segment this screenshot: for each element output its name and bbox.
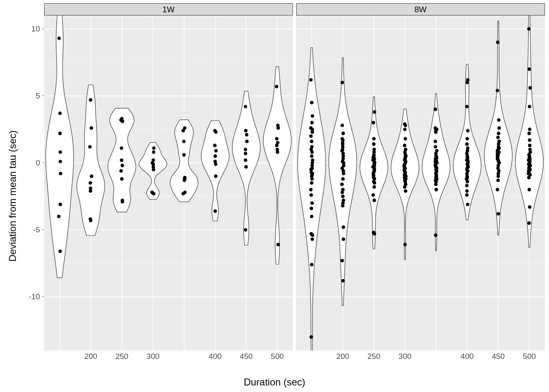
y-tick-label: -10 bbox=[21, 292, 40, 301]
data-point bbox=[120, 177, 124, 181]
data-point bbox=[245, 133, 249, 137]
data-point bbox=[528, 205, 531, 209]
data-point bbox=[498, 126, 501, 130]
data-point bbox=[310, 181, 314, 185]
data-point bbox=[90, 174, 94, 178]
data-point bbox=[372, 143, 376, 146]
data-point bbox=[183, 126, 187, 130]
data-point bbox=[57, 36, 61, 40]
data-point bbox=[435, 149, 439, 153]
data-point bbox=[373, 198, 376, 202]
data-point bbox=[182, 140, 186, 143]
data-point bbox=[528, 144, 532, 147]
data-point bbox=[403, 122, 406, 126]
data-point bbox=[276, 141, 279, 145]
y-axis-title: Deviation from mean tau (sec) bbox=[7, 0, 19, 392]
data-point bbox=[527, 221, 531, 225]
data-point bbox=[310, 335, 313, 339]
data-point bbox=[152, 150, 156, 154]
x-tick-label: 500 bbox=[271, 352, 284, 361]
data-point bbox=[465, 193, 469, 197]
data-point bbox=[404, 137, 407, 140]
data-point bbox=[244, 158, 248, 162]
data-point bbox=[89, 181, 92, 185]
data-point bbox=[310, 101, 314, 105]
x-tick-label: 250 bbox=[115, 352, 128, 361]
data-point bbox=[58, 150, 62, 154]
violin bbox=[201, 120, 229, 221]
data-point bbox=[152, 146, 156, 150]
data-point bbox=[244, 105, 248, 109]
x-axis-ticks: 200250300400450500 bbox=[296, 350, 545, 362]
data-point bbox=[433, 126, 437, 130]
data-point bbox=[340, 81, 344, 85]
data-point bbox=[372, 231, 375, 234]
data-point bbox=[466, 129, 470, 133]
data-point bbox=[59, 172, 62, 176]
violin bbox=[263, 67, 292, 264]
x-axis-title: Duration (sec) bbox=[0, 376, 549, 388]
facet-8W: 8W200250300400450500 bbox=[296, 3, 545, 362]
data-point bbox=[120, 146, 123, 150]
data-point bbox=[465, 105, 469, 109]
facet-strip: 1W bbox=[44, 3, 293, 16]
data-point bbox=[465, 143, 469, 146]
data-point bbox=[527, 131, 531, 135]
data-point bbox=[528, 148, 532, 151]
data-point bbox=[341, 124, 344, 127]
data-point bbox=[309, 134, 313, 138]
data-point bbox=[434, 145, 437, 149]
data-point bbox=[89, 98, 92, 102]
data-point bbox=[495, 89, 499, 92]
data-point bbox=[372, 137, 376, 140]
data-point bbox=[465, 184, 469, 187]
data-point bbox=[498, 140, 501, 143]
data-point bbox=[404, 148, 408, 151]
data-point bbox=[341, 177, 345, 181]
violin bbox=[46, 16, 74, 278]
x-tick-label: 500 bbox=[523, 352, 536, 361]
data-point bbox=[466, 78, 470, 82]
data-point bbox=[89, 126, 93, 130]
data-point bbox=[244, 228, 248, 232]
data-point bbox=[341, 225, 345, 229]
data-point bbox=[496, 178, 500, 182]
data-point bbox=[497, 131, 500, 135]
data-point bbox=[311, 158, 315, 162]
data-point bbox=[341, 188, 345, 192]
data-point bbox=[340, 183, 344, 186]
facet-strip: 8W bbox=[296, 3, 545, 16]
data-point bbox=[497, 212, 500, 216]
data-point bbox=[496, 136, 500, 139]
data-point bbox=[245, 140, 249, 143]
data-point bbox=[528, 128, 531, 131]
data-point bbox=[373, 110, 376, 114]
y-tick-label: 10 bbox=[21, 24, 40, 33]
x-tick-label: 200 bbox=[84, 352, 97, 361]
data-point bbox=[404, 189, 408, 193]
data-point bbox=[371, 193, 375, 197]
data-point bbox=[213, 144, 217, 147]
data-point bbox=[310, 145, 314, 149]
x-tick-label: 250 bbox=[367, 352, 380, 361]
data-point bbox=[244, 129, 248, 133]
data-point bbox=[183, 191, 187, 194]
data-point bbox=[214, 174, 218, 178]
data-point bbox=[340, 137, 344, 140]
data-point bbox=[58, 111, 62, 115]
data-point bbox=[403, 128, 407, 131]
data-point bbox=[58, 160, 62, 163]
data-point bbox=[275, 137, 279, 140]
data-point bbox=[341, 198, 345, 202]
data-point bbox=[465, 137, 469, 140]
data-point bbox=[88, 145, 92, 149]
data-point bbox=[213, 129, 217, 133]
y-tick-label: 5 bbox=[21, 91, 40, 100]
data-point bbox=[244, 148, 248, 151]
x-tick-label: 300 bbox=[399, 352, 412, 361]
data-point bbox=[310, 237, 314, 241]
data-point bbox=[433, 140, 437, 143]
plot-panel bbox=[44, 16, 293, 350]
data-point bbox=[528, 138, 531, 142]
data-point bbox=[121, 164, 124, 167]
